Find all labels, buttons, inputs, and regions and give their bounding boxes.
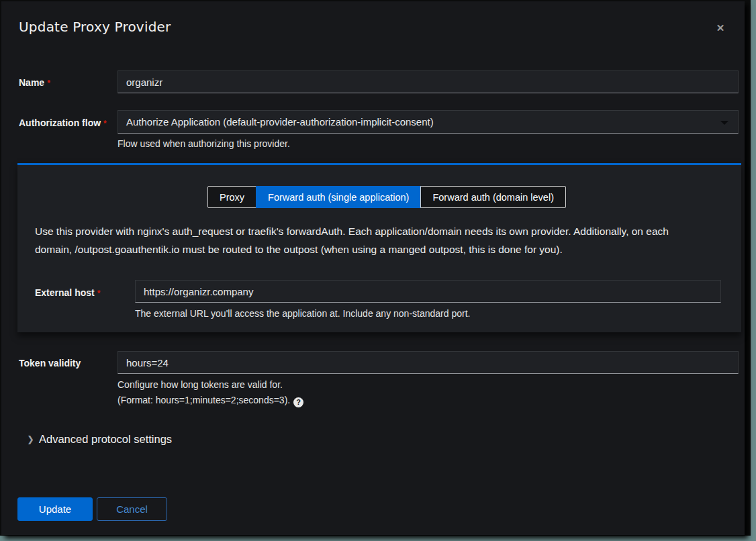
update-proxy-provider-modal: Update Proxy Provider ✕ Name* Authorizat… <box>1 1 745 535</box>
caret-down-icon <box>720 121 728 125</box>
name-input[interactable] <box>117 70 739 93</box>
required-asterisk: * <box>103 119 107 128</box>
authorization-flow-label-text: Authorization flow <box>19 117 101 128</box>
token-validity-help-line2: (Format: hours=1;minutes=2;seconds=3).? <box>117 394 303 407</box>
name-label-text: Name <box>19 77 44 88</box>
token-validity-label: Token validity <box>19 358 116 369</box>
proxy-mode-card: Proxy Forward auth (single application) … <box>17 163 741 332</box>
token-validity-help-line1: Configure how long tokens are valid for. <box>117 379 283 391</box>
tab-proxy[interactable]: Proxy <box>207 186 256 208</box>
authorization-flow-help: Flow used when authorizing this provider… <box>117 138 290 150</box>
modal-title: Update Proxy Provider <box>19 19 171 35</box>
tab-forward-auth-single[interactable]: Forward auth (single application) <box>256 186 421 208</box>
screen: Update Proxy Provider ✕ Name* Authorizat… <box>0 0 756 541</box>
update-button[interactable]: Update <box>17 497 93 521</box>
external-host-label-text: External host <box>35 287 95 298</box>
name-label: Name* <box>19 77 116 89</box>
token-validity-label-text: Token validity <box>19 358 81 368</box>
advanced-protocol-settings-label: Advanced protocol settings <box>39 433 172 446</box>
advanced-protocol-settings-expander[interactable]: ❯ Advanced protocol settings <box>19 433 172 446</box>
external-host-input[interactable] <box>135 280 721 303</box>
mode-toggle-group: Proxy Forward auth (single application) … <box>207 186 566 208</box>
external-host-label: External host* <box>35 287 132 299</box>
close-icon[interactable]: ✕ <box>714 21 727 35</box>
token-validity-format-text: (Format: hours=1;minutes=2;seconds=3). <box>117 395 290 405</box>
authorization-flow-label: Authorization flow* <box>19 117 116 130</box>
required-asterisk: * <box>47 79 50 88</box>
required-asterisk: * <box>97 289 101 298</box>
chevron-right-icon: ❯ <box>19 434 39 444</box>
mode-description: Use this provider with nginx's auth_requ… <box>35 222 700 258</box>
authorization-flow-selected-value: Authorize Application (default-provider-… <box>126 116 434 128</box>
authorization-flow-select[interactable]: Authorize Application (default-provider-… <box>117 110 739 134</box>
tab-forward-auth-domain[interactable]: Forward auth (domain level) <box>420 186 566 208</box>
page-background-edge-right <box>751 0 756 541</box>
external-host-help: The external URL you'll access the appli… <box>135 307 470 319</box>
cancel-button[interactable]: Cancel <box>97 497 167 521</box>
help-circle-icon[interactable]: ? <box>293 397 303 407</box>
page-background-edge-bottom <box>0 536 756 541</box>
token-validity-input[interactable] <box>117 351 739 374</box>
